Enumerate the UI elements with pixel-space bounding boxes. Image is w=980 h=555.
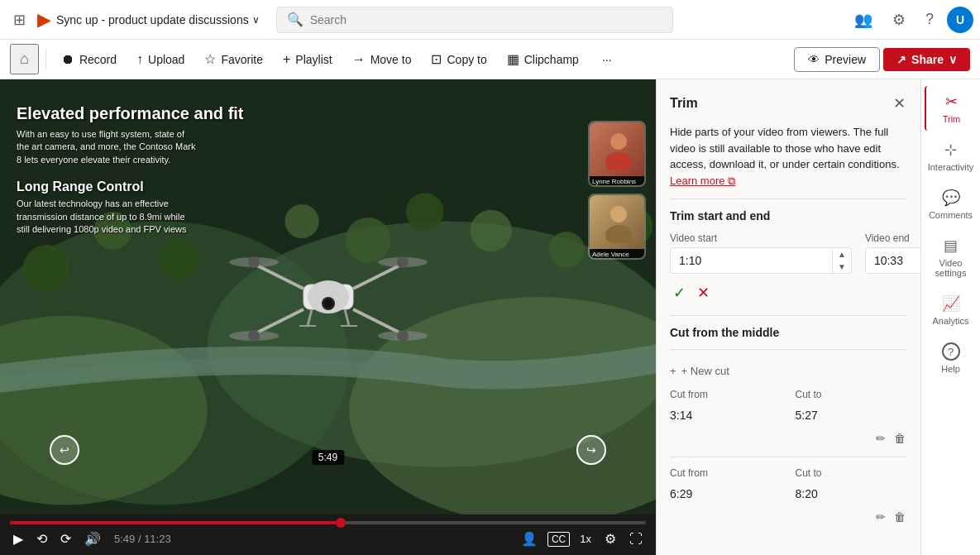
cut-from-field-2: Cut from 6:29 bbox=[670, 467, 782, 505]
video-text-overlay: Elevated performance and fit With an eas… bbox=[17, 104, 244, 236]
video-end-input[interactable] bbox=[866, 249, 920, 272]
cut-delete-btn-1[interactable]: 🗑 bbox=[892, 430, 907, 447]
svg-point-27 bbox=[397, 256, 409, 268]
user-avatar[interactable]: U bbox=[947, 7, 973, 33]
video-content[interactable]: Elevated performance and fit With an eas… bbox=[0, 79, 656, 514]
record-icon: ⏺ bbox=[61, 52, 74, 67]
side-trim-btn[interactable]: ✂ Trim bbox=[925, 86, 978, 131]
clipchamp-btn[interactable]: ▦ Clipchamp bbox=[499, 46, 587, 72]
video-end-label: Video end bbox=[865, 232, 920, 244]
video-start-field: Video start ▲ ▼ bbox=[670, 232, 852, 274]
trim-panel-content: Trim ✕ Hide parts of your video from vie… bbox=[657, 79, 920, 555]
cut-pair-1: Cut from 3:14 Cut to 5:27 bbox=[670, 389, 907, 427]
volume-btn[interactable]: 🔊 bbox=[81, 529, 104, 548]
video-title-2: Long Range Control bbox=[17, 179, 244, 194]
share-btn[interactable]: ↗ Share ∨ bbox=[883, 48, 970, 71]
progress-thumb[interactable] bbox=[336, 518, 346, 528]
settings-btn[interactable]: ⚙ bbox=[886, 7, 912, 32]
fullscreen-btn[interactable]: ⛶ bbox=[626, 530, 646, 548]
svg-point-36 bbox=[610, 206, 627, 222]
svg-line-19 bbox=[353, 264, 403, 289]
side-comments-btn[interactable]: 💬 Comments bbox=[925, 182, 978, 227]
svg-point-37 bbox=[605, 225, 632, 243]
play-btn[interactable]: ▶ bbox=[10, 529, 26, 548]
cut-to-label-1: Cut to bbox=[796, 389, 908, 400]
svg-point-17 bbox=[324, 299, 332, 308]
side-video-settings-btn[interactable]: ▤ Video settings bbox=[925, 230, 978, 285]
preview-btn[interactable]: 👁 Preview bbox=[794, 47, 880, 72]
help-side-icon: ? bbox=[942, 342, 960, 361]
video-start-input[interactable] bbox=[671, 249, 832, 272]
video-start-down-btn[interactable]: ▼ bbox=[833, 261, 851, 273]
svg-point-34 bbox=[610, 133, 627, 150]
trim-confirm-ok-btn[interactable]: ✓ bbox=[670, 280, 689, 305]
cut-edit-btn-2[interactable]: ✏ bbox=[874, 509, 887, 525]
side-help-btn[interactable]: ? Help bbox=[925, 336, 978, 380]
video-end-field: Video end ▲ ▼ bbox=[865, 232, 920, 274]
svg-point-26 bbox=[248, 256, 260, 268]
video-start-up-btn[interactable]: ▲ bbox=[833, 248, 851, 261]
person2-label: Adele Vance bbox=[590, 249, 644, 260]
cut-row-2: Cut from 6:29 Cut to 8:20 ✏ 🗑 bbox=[670, 467, 907, 525]
svg-point-35 bbox=[605, 152, 632, 170]
cut-to-label-2: Cut to bbox=[796, 467, 908, 479]
analytics-side-icon: 📈 bbox=[942, 294, 960, 313]
skip-fwd-ctrl-btn[interactable]: ⟳ bbox=[57, 529, 74, 548]
skip-back-btn[interactable]: ↩ bbox=[50, 435, 79, 465]
person-thumb-1[interactable]: Lynne Robbins bbox=[588, 121, 646, 187]
cut-edit-btn-1[interactable]: ✏ bbox=[874, 430, 887, 447]
trim-section-title: Trim start and end bbox=[670, 209, 907, 222]
video-start-spinner: ▲ ▼ bbox=[832, 248, 851, 273]
moveto-btn[interactable]: → Move to bbox=[344, 47, 420, 72]
search-icon: 🔍 bbox=[287, 12, 304, 27]
record-btn[interactable]: ⏺ Record bbox=[53, 47, 125, 72]
side-icons-panel: ✂ Trim ⊹ Interactivity 💬 Comments ▤ Vide… bbox=[920, 79, 980, 555]
video-end-input-wrap[interactable]: ▲ ▼ bbox=[865, 247, 920, 274]
upload-btn[interactable]: ↑ Upload bbox=[128, 47, 193, 72]
main-content: Elevated performance and fit With an eas… bbox=[0, 79, 980, 555]
video-settings-side-icon: ▤ bbox=[944, 237, 958, 255]
person1-label: Lynne Robbins bbox=[590, 176, 644, 187]
video-settings-btn[interactable]: ⚙ bbox=[601, 529, 619, 548]
video-start-input-wrap[interactable]: ▲ ▼ bbox=[670, 247, 852, 274]
drone-svg bbox=[213, 214, 444, 380]
trim-header: Trim ✕ bbox=[670, 93, 907, 114]
more-btn[interactable]: ··· bbox=[594, 48, 620, 71]
favorite-btn[interactable]: ☆ Favorite bbox=[196, 46, 271, 72]
cut-section-title: Cut from the middle bbox=[670, 326, 907, 339]
new-cut-btn[interactable]: + + New cut bbox=[670, 360, 729, 382]
video-title-1: Elevated performance and fit bbox=[17, 104, 244, 123]
skip-forward-btn[interactable]: ↪ bbox=[576, 435, 606, 465]
speed-btn[interactable]: 1x bbox=[576, 531, 595, 547]
app-title[interactable]: Sync up - product update discussions ∨ bbox=[56, 13, 260, 26]
video-desc-2: Our latest technology has an effective t… bbox=[17, 198, 198, 236]
svg-line-18 bbox=[254, 264, 304, 289]
search-bar[interactable]: 🔍 bbox=[276, 7, 673, 33]
cut-from-label-2: Cut from bbox=[670, 467, 782, 479]
people-btn[interactable]: 👤 bbox=[518, 529, 541, 548]
preview-icon: 👁 bbox=[808, 53, 820, 66]
home-btn[interactable]: ⌂ bbox=[10, 44, 39, 74]
copyto-btn[interactable]: ⊡ Copy to bbox=[423, 46, 495, 72]
person-thumb-2[interactable]: Adele Vance bbox=[588, 194, 646, 260]
progress-bar[interactable] bbox=[10, 521, 646, 524]
cut-from-val-1: 3:14 bbox=[670, 404, 782, 427]
help-btn[interactable]: ? bbox=[919, 7, 940, 31]
trim-close-btn[interactable]: ✕ bbox=[892, 93, 907, 114]
top-bar-left: ⊞ ▶ Sync up - product update discussions… bbox=[7, 7, 260, 32]
upload-icon: ↑ bbox=[136, 52, 143, 67]
grid-icon-btn[interactable]: ⊞ bbox=[7, 7, 32, 32]
side-analytics-btn[interactable]: 📈 Analytics bbox=[925, 288, 978, 333]
cut-actions-1: ✏ 🗑 bbox=[670, 430, 907, 447]
cut-delete-btn-2[interactable]: 🗑 bbox=[892, 509, 907, 525]
captions-btn[interactable]: CC bbox=[547, 532, 570, 547]
community-btn[interactable]: 👥 bbox=[848, 7, 879, 32]
playlist-btn[interactable]: + Playlist bbox=[275, 47, 341, 72]
trim-confirm-x-btn[interactable]: ✕ bbox=[694, 280, 713, 305]
cut-divider bbox=[670, 349, 907, 350]
skip-back-ctrl-btn[interactable]: ⟲ bbox=[33, 529, 50, 548]
cut-row-1: Cut from 3:14 Cut to 5:27 ✏ 🗑 bbox=[670, 389, 907, 457]
learn-more-link[interactable]: Learn more ⧉ bbox=[670, 175, 735, 187]
search-input[interactable] bbox=[310, 13, 662, 26]
side-interactivity-btn[interactable]: ⊹ Interactivity bbox=[925, 134, 978, 179]
